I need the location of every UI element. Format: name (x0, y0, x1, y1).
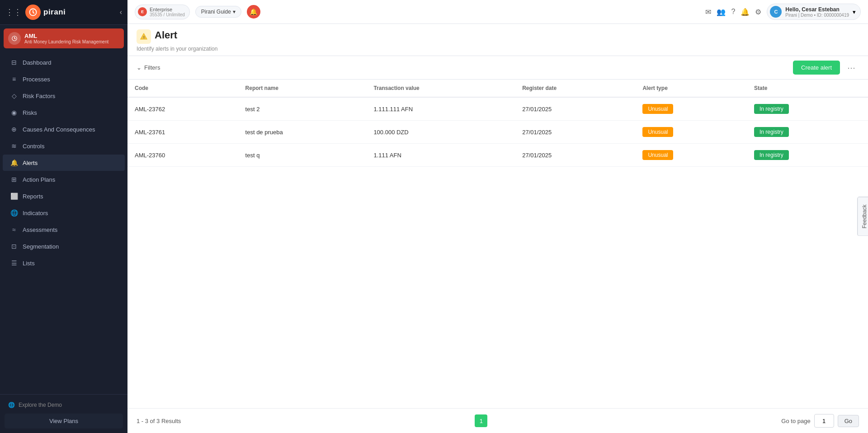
sidebar-item-label-controls: Controls (23, 143, 44, 150)
module-subtitle: Anti Money Laundering Risk Management (24, 39, 119, 44)
table-header-row: Code Report name Transaction value Regis… (127, 80, 868, 97)
sidebar-footer: 🌐 Explore the Demo View Plans (0, 394, 127, 433)
alerts-table-container: Code Report name Transaction value Regis… (127, 80, 868, 408)
col-state: State (747, 80, 868, 97)
go-button[interactable]: Go (838, 415, 859, 427)
user-avatar: C (770, 6, 782, 18)
sidebar-item-label-risk-factors: Risk Factors (23, 93, 55, 99)
sidebar-item-controls[interactable]: ≋ Controls (3, 138, 125, 154)
sidebar-item-risks[interactable]: ◉ Risks (3, 104, 125, 121)
help-icon[interactable]: ? (731, 8, 735, 16)
col-register-date: Register date (515, 80, 635, 97)
sidebar-item-reports[interactable]: ⬜ Reports (3, 188, 125, 204)
page-input[interactable] (814, 414, 834, 428)
enterprise-icon: E (138, 7, 147, 16)
grid-icon[interactable]: ⋮⋮ (5, 7, 22, 17)
guide-button[interactable]: Pirani Guide ▾ (195, 6, 241, 18)
user-section[interactable]: C Hello, Cesar Esteban Pirani | Demo • I… (767, 4, 861, 20)
feedback-button[interactable]: Feedback (858, 197, 868, 236)
view-plans-button[interactable]: View Plans (5, 414, 123, 428)
sidebar-item-label-reports: Reports (23, 193, 43, 200)
svg-text:!: ! (143, 36, 144, 39)
create-alert-button[interactable]: Create alert (793, 61, 840, 75)
sidebar-item-causes-consequences[interactable]: ⊕ Causes And Consequences (3, 121, 125, 137)
collapse-sidebar-button[interactable]: ‹ (120, 8, 122, 16)
col-alert-type: Alert type (635, 80, 747, 97)
cell-code-1: AML-23761 (127, 121, 238, 144)
pagination-bar: 1 - 3 of 3 Results 1 Go to page Go (127, 408, 868, 433)
globe-icon: 🌐 (8, 402, 15, 408)
alerts-table: Code Report name Transaction value Regis… (127, 80, 868, 167)
page-number-1[interactable]: 1 (475, 414, 487, 427)
enterprise-badge[interactable]: E Enterprise 35535 / Unlimited (135, 5, 190, 19)
filters-label: Filters (144, 64, 160, 71)
dashboard-icon: ⊟ (10, 58, 18, 66)
cell-alert-type-2: Unusual (635, 144, 747, 167)
page-area: ! Alert Identify alerts in your organiza… (127, 24, 868, 433)
cell-state-1: In registry (747, 121, 868, 144)
module-name: AML (24, 33, 119, 39)
processes-icon: ≡ (10, 75, 18, 83)
user-info: Hello, Cesar Esteban Pirani | Demo • ID:… (785, 6, 849, 18)
page-numbers: 1 (475, 414, 487, 427)
sidebar-item-alerts[interactable]: 🔔 Alerts (3, 155, 125, 171)
cell-alert-type-0: Unusual (635, 97, 747, 121)
explore-demo-link[interactable]: 🌐 Explore the Demo (5, 399, 123, 411)
module-card[interactable]: AML Anti Money Laundering Risk Managemen… (4, 28, 124, 48)
page-header: ! Alert Identify alerts in your organiza… (127, 24, 868, 56)
table-row[interactable]: AML-23761 test de prueba 100.000 DZD 27/… (127, 121, 868, 144)
sidebar-item-label-lists: Lists (23, 260, 35, 267)
cell-transaction-value-1: 100.000 DZD (366, 121, 515, 144)
sidebar-item-processes[interactable]: ≡ Processes (3, 71, 125, 87)
nav-section: ⊟ Dashboard ≡ Processes ◇ Risk Factors ◉… (0, 52, 127, 394)
col-report-name: Report name (238, 80, 367, 97)
alerts-icon: 🔔 (10, 159, 18, 167)
sidebar-item-assessments[interactable]: ≈ Assessments (3, 221, 125, 238)
sidebar-item-dashboard[interactable]: ⊟ Dashboard (3, 54, 125, 71)
pirani-logo[interactable]: pirani (25, 5, 66, 20)
table-row[interactable]: AML-23762 test 2 1.111.111 AFN 27/01/202… (127, 97, 868, 121)
causes-consequences-icon: ⊕ (10, 125, 18, 133)
cell-code-2: AML-23760 (127, 144, 238, 167)
cell-state-0: In registry (747, 97, 868, 121)
sidebar-item-label-processes: Processes (23, 76, 50, 83)
module-icon (8, 32, 21, 45)
filters-toggle[interactable]: ⌄ Filters (137, 64, 160, 71)
reports-icon: ⬜ (10, 192, 18, 200)
settings-icon[interactable]: ⚙ (755, 8, 761, 16)
inbox-icon[interactable]: ✉ (705, 8, 711, 16)
sidebar-item-label-risks: Risks (23, 109, 37, 116)
alert-notification-icon[interactable]: 🔔 (247, 5, 260, 19)
lists-icon: ☰ (10, 259, 18, 267)
cell-register-date-0: 27/01/2025 (515, 97, 635, 121)
filters-actions: Create alert ⋯ (793, 61, 859, 75)
cell-register-date-1: 27/01/2025 (515, 121, 635, 144)
sidebar-item-label-action-plans: Action Plans (23, 176, 55, 183)
go-to-page-label: Go to page (781, 418, 810, 424)
sidebar-item-label-indicators: Indicators (23, 210, 48, 216)
bell-icon[interactable]: 🔔 (741, 8, 750, 16)
cell-report-name-2: test q (238, 144, 367, 167)
sidebar-item-segmentation[interactable]: ⊡ Segmentation (3, 238, 125, 254)
table-row[interactable]: AML-23760 test q 1.111 AFN 27/01/2025 Un… (127, 144, 868, 167)
risks-icon: ◉ (10, 108, 18, 117)
table-body: AML-23762 test 2 1.111.111 AFN 27/01/202… (127, 97, 868, 167)
users-icon[interactable]: 👥 (717, 8, 726, 16)
main-content: E Enterprise 35535 / Unlimited Pirani Gu… (127, 0, 868, 433)
more-options-button[interactable]: ⋯ (844, 61, 859, 75)
sidebar-item-label-alerts: Alerts (23, 160, 38, 166)
sidebar-item-label-assessments: Assessments (23, 226, 57, 233)
cell-code-0: AML-23762 (127, 97, 238, 121)
sidebar-item-indicators[interactable]: 🌐 Indicators (3, 205, 125, 221)
sidebar-item-risk-factors[interactable]: ◇ Risk Factors (3, 88, 125, 104)
filters-bar: ⌄ Filters Create alert ⋯ (127, 56, 868, 80)
badge-registry-1: In registry (754, 127, 789, 137)
cell-alert-type-1: Unusual (635, 121, 747, 144)
badge-unusual-0: Unusual (642, 104, 673, 114)
controls-icon: ≋ (10, 142, 18, 150)
sidebar-item-lists[interactable]: ☰ Lists (3, 255, 125, 271)
user-name: Hello, Cesar Esteban (785, 6, 849, 13)
indicators-icon: 🌐 (10, 209, 18, 217)
user-detail: Pirani | Demo • ID: 0000000419 (785, 13, 849, 18)
sidebar-item-action-plans[interactable]: ⊞ Action Plans (3, 171, 125, 188)
